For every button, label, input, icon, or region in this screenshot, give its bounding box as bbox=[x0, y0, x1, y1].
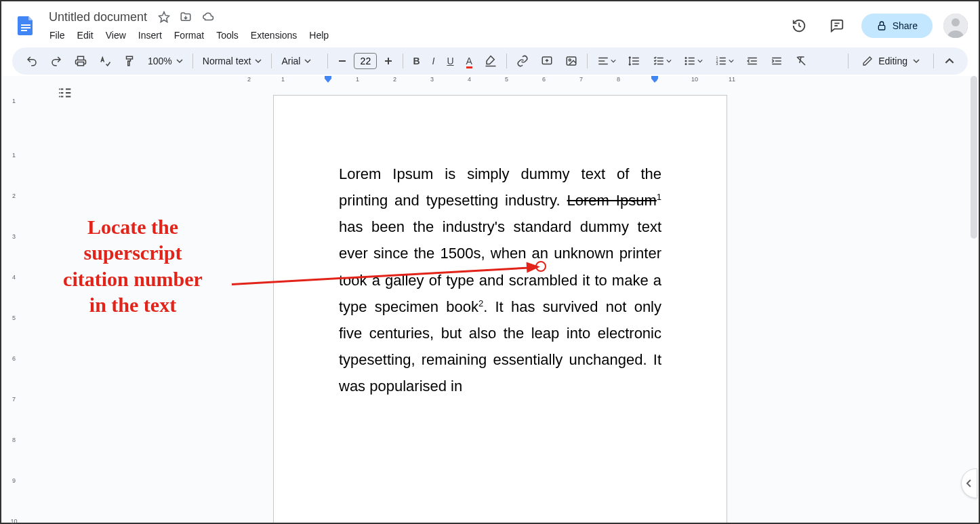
share-button[interactable]: Share bbox=[861, 14, 933, 38]
chevron-down-icon bbox=[255, 58, 262, 64]
increase-font-button[interactable] bbox=[378, 52, 399, 70]
line-spacing-button[interactable] bbox=[623, 51, 646, 71]
left-indent-marker[interactable] bbox=[325, 76, 331, 84]
document-page[interactable]: Lorem Ipsum is simply dummy text of the … bbox=[273, 95, 727, 523]
highlight-button[interactable] bbox=[479, 51, 502, 71]
menu-help[interactable]: Help bbox=[304, 27, 333, 43]
clear-format-button[interactable] bbox=[790, 51, 813, 71]
horizontal-ruler[interactable]: 2 1 1 2 3 4 5 6 7 8 9 10 11 bbox=[261, 76, 722, 87]
bold-button[interactable]: B bbox=[407, 52, 425, 70]
menu-tools[interactable]: Tools bbox=[211, 27, 243, 43]
menu-format[interactable]: Format bbox=[169, 27, 209, 43]
zoom-select[interactable]: 100% bbox=[142, 53, 188, 69]
comments-icon[interactable] bbox=[823, 12, 851, 39]
svg-point-12 bbox=[685, 64, 687, 65]
decrease-indent-button[interactable] bbox=[741, 51, 764, 71]
svg-point-9 bbox=[569, 59, 571, 61]
right-indent-marker[interactable] bbox=[651, 76, 658, 84]
svg-rect-0 bbox=[21, 24, 30, 26]
header: Untitled document File Edit View Insert … bbox=[1, 1, 979, 45]
redo-button[interactable] bbox=[45, 51, 68, 71]
menu-edit[interactable]: Edit bbox=[73, 27, 98, 43]
collapse-toolbar-button[interactable] bbox=[939, 52, 960, 70]
svg-point-16 bbox=[59, 89, 60, 90]
avatar[interactable] bbox=[943, 14, 968, 38]
font-select[interactable]: Arial bbox=[276, 53, 323, 69]
svg-point-10 bbox=[685, 58, 687, 59]
menu-file[interactable]: File bbox=[45, 27, 70, 43]
numbered-list-button[interactable]: 123 bbox=[710, 51, 739, 71]
spellcheck-button[interactable] bbox=[94, 51, 117, 71]
svg-rect-2 bbox=[21, 30, 27, 31]
svg-point-5 bbox=[952, 18, 960, 26]
svg-point-17 bbox=[59, 92, 60, 94]
chevron-down-icon bbox=[176, 58, 183, 64]
chevron-down-icon bbox=[304, 58, 311, 64]
svg-rect-3 bbox=[878, 25, 884, 30]
styles-select[interactable]: Normal text bbox=[197, 53, 268, 69]
bullet-list-button[interactable] bbox=[678, 51, 708, 71]
italic-button[interactable]: I bbox=[427, 52, 441, 70]
svg-point-11 bbox=[685, 60, 687, 62]
checklist-button[interactable] bbox=[647, 51, 677, 71]
chevron-down-icon bbox=[913, 58, 920, 64]
share-label: Share bbox=[893, 20, 918, 31]
docs-logo[interactable] bbox=[12, 12, 39, 39]
text-color-button[interactable]: A bbox=[461, 52, 478, 70]
increase-indent-button[interactable] bbox=[765, 51, 788, 71]
menu-view[interactable]: View bbox=[101, 27, 131, 43]
decrease-font-button[interactable] bbox=[332, 52, 352, 70]
cloud-icon[interactable] bbox=[201, 11, 215, 23]
font-size-input[interactable]: 22 bbox=[354, 53, 377, 69]
menu-bar: File Edit View Insert Format Tools Exten… bbox=[45, 27, 785, 43]
toolbar: 100% Normal text Arial 22 B I U A 123 bbox=[12, 47, 968, 75]
history-icon[interactable] bbox=[785, 12, 813, 39]
link-button[interactable] bbox=[511, 51, 534, 71]
insert-image-button[interactable] bbox=[560, 51, 583, 71]
outline-button[interactable] bbox=[58, 85, 73, 100]
svg-rect-6 bbox=[78, 62, 84, 66]
underline-button[interactable]: U bbox=[441, 52, 459, 70]
paint-format-button[interactable] bbox=[118, 51, 141, 71]
menu-insert[interactable]: Insert bbox=[134, 27, 167, 43]
add-comment-button[interactable] bbox=[535, 51, 558, 71]
pencil-icon bbox=[862, 56, 873, 66]
vertical-ruler[interactable]: 1 1 2 3 4 5 6 7 8 9 10 11 bbox=[1, 76, 27, 523]
lock-icon bbox=[876, 20, 887, 31]
align-button[interactable] bbox=[592, 51, 621, 71]
document-body[interactable]: Lorem Ipsum is simply dummy text of the … bbox=[339, 161, 661, 399]
svg-rect-1 bbox=[21, 27, 30, 28]
svg-text:3: 3 bbox=[716, 62, 718, 66]
doc-container: 1 1 2 3 4 5 6 7 8 9 10 11 2 1 1 2 bbox=[1, 76, 979, 523]
star-icon[interactable] bbox=[158, 11, 170, 23]
undo-button[interactable] bbox=[20, 51, 43, 71]
menu-extensions[interactable]: Extensions bbox=[246, 27, 302, 43]
print-button[interactable] bbox=[69, 51, 92, 71]
svg-point-18 bbox=[59, 96, 60, 98]
doc-title[interactable]: Untitled document bbox=[45, 9, 151, 26]
footnote-ref-1[interactable]: 1 bbox=[657, 192, 661, 202]
editing-mode-button[interactable]: Editing bbox=[854, 52, 928, 70]
strikethrough-text: Lorem Ipsum bbox=[567, 192, 657, 209]
scrollbar-thumb[interactable] bbox=[971, 76, 977, 239]
move-icon[interactable] bbox=[180, 11, 192, 23]
